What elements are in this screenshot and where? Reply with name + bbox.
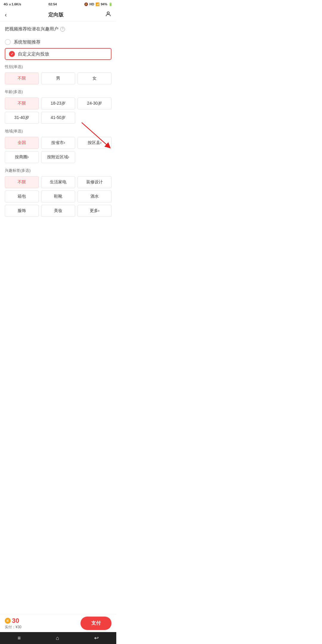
age-unlimited[interactable]: 不限 (5, 97, 39, 109)
section-header: 把视频推荐给潜在兴趣用户 ? (5, 26, 112, 32)
age-41-50[interactable]: 41-50岁 (41, 112, 75, 124)
nav-bar: ‹ 定向版 (0, 8, 116, 21)
region-options-row1: 全国 按省市› 按区县› (5, 137, 112, 149)
status-bar: 4G ᵢₗₗ 1.6K/s 02:54 🔕 HD 📶 94% 🔋 (0, 0, 116, 8)
age-label: 年龄(多选) (5, 89, 112, 95)
mute-icon: 🔕 (84, 2, 88, 6)
status-right: 🔕 HD 📶 94% 🔋 (84, 2, 113, 6)
region-business[interactable]: 按商圈› (5, 151, 39, 163)
interest-alcohol[interactable]: 酒水 (78, 191, 112, 202)
interest-label: 兴趣标签(多选) (5, 168, 112, 173)
svg-point-0 (107, 12, 109, 14)
gender-section: 性别(单选) 不限 男 女 (5, 64, 112, 84)
region-national[interactable]: 全国 (5, 137, 39, 149)
radio-system[interactable] (5, 39, 11, 45)
interest-section: 兴趣标签(多选) 不限 生活家电 装修设计 箱包 鞋靴 酒水 服饰 美妆 更多› (5, 168, 112, 217)
region-province[interactable]: 按省市› (41, 137, 75, 149)
interest-shoes[interactable]: 鞋靴 (41, 191, 75, 202)
gender-female[interactable]: 女 (78, 72, 112, 84)
gender-label: 性别(单选) (5, 64, 112, 69)
interest-clothing[interactable]: 服饰 (5, 205, 39, 217)
interest-options-row2: 箱包 鞋靴 酒水 (5, 191, 112, 202)
interest-bags[interactable]: 箱包 (5, 191, 39, 202)
age-options-row1: 不限 18-23岁 24-30岁 (5, 97, 112, 109)
interest-decoration[interactable]: 装修设计 (78, 176, 112, 188)
help-icon[interactable]: ? (60, 27, 65, 32)
gender-male[interactable]: 男 (41, 72, 75, 84)
hd-label: HD (89, 2, 94, 6)
region-section: 地域(单选) 全国 按省市› 按区县› 按商圈› 按附近区域› (5, 129, 112, 163)
age-18-23[interactable]: 18-23岁 (41, 97, 75, 109)
gender-options: 不限 男 女 (5, 72, 112, 84)
battery-icon: 🔋 (109, 2, 113, 6)
age-24-30[interactable]: 24-30岁 (78, 97, 112, 109)
interest-makeup[interactable]: 美妆 (41, 205, 75, 217)
option-system-label: 系统智能推荐 (14, 39, 41, 45)
region-district[interactable]: 按区县› (78, 137, 112, 149)
interest-appliance[interactable]: 生活家电 (41, 176, 75, 188)
main-content: 把视频推荐给潜在兴趣用户 ? 系统智能推荐 自定义定向投放 性别(单选) 不限 … (0, 21, 116, 259)
section-title: 把视频推荐给潜在兴趣用户 (5, 26, 58, 32)
status-time: 02:54 (49, 2, 57, 6)
interest-options-row1: 不限 生活家电 装修设计 (5, 176, 112, 188)
region-label: 地域(单选) (5, 129, 112, 134)
radio-custom[interactable] (9, 51, 15, 57)
interest-options-row3: 服饰 美妆 更多› (5, 205, 112, 217)
gender-unlimited[interactable]: 不限 (5, 72, 39, 84)
profile-icon[interactable] (105, 11, 112, 19)
option-system[interactable]: 系统智能推荐 (5, 36, 112, 48)
age-section: 年龄(多选) 不限 18-23岁 24-30岁 31-40岁 41-50岁 (5, 89, 112, 124)
page-title: 定向版 (48, 11, 64, 18)
option-custom-selected[interactable]: 自定义定向投放 (5, 48, 112, 60)
status-left: 4G ᵢₗₗ 1.6K/s (4, 2, 21, 6)
region-nearby[interactable]: 按附近区域› (41, 151, 75, 163)
option-custom-label: 自定义定向投放 (18, 51, 49, 57)
interest-unlimited[interactable]: 不限 (5, 176, 39, 188)
wifi-icon: 📶 (95, 2, 100, 6)
battery-label: 94% (101, 2, 107, 6)
back-button[interactable]: ‹ (5, 11, 7, 18)
interest-more[interactable]: 更多› (78, 205, 112, 217)
age-31-40[interactable]: 31-40岁 (5, 112, 39, 124)
signal-text: 4G ᵢₗₗ 1.6K/s (4, 2, 21, 6)
